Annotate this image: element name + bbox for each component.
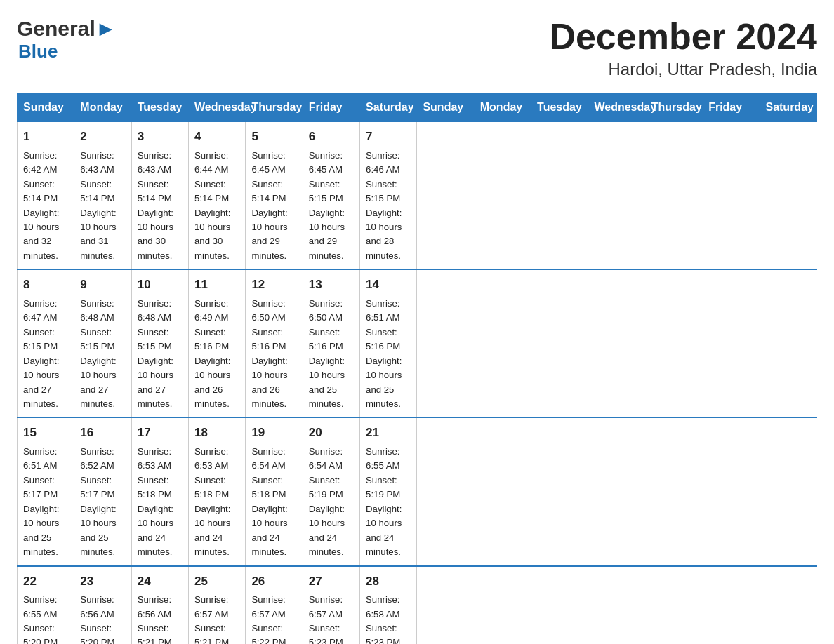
day-info: Sunrise: 6:49 AMSunset: 5:16 PMDaylight:… — [194, 297, 239, 412]
day-number: 26 — [251, 572, 296, 591]
day-number: 10 — [138, 276, 183, 294]
header-sunday: Sunday — [18, 94, 74, 122]
day-number: 23 — [80, 572, 125, 591]
week-row-3: 15Sunrise: 6:51 AMSunset: 5:17 PMDayligh… — [18, 417, 817, 565]
day-info: Sunrise: 6:56 AMSunset: 5:21 PMDaylight:… — [138, 593, 183, 644]
calendar-cell: 19Sunrise: 6:54 AMSunset: 5:18 PMDayligh… — [246, 417, 303, 565]
calendar-cell: 25Sunrise: 6:57 AMSunset: 5:21 PMDayligh… — [189, 566, 246, 644]
day-number: 18 — [194, 424, 239, 442]
calendar-cell: 28Sunrise: 6:58 AMSunset: 5:23 PMDayligh… — [360, 566, 417, 644]
title-block: December 2024 Hardoi, Uttar Pradesh, Ind… — [549, 17, 817, 79]
calendar-cell: 2Sunrise: 6:43 AMSunset: 5:14 PMDaylight… — [74, 121, 131, 269]
day-info: Sunrise: 6:53 AMSunset: 5:18 PMDaylight:… — [138, 445, 183, 560]
header-thursday: Thursday — [645, 94, 702, 122]
day-number: 25 — [194, 572, 239, 591]
calendar-cell: 24Sunrise: 6:56 AMSunset: 5:21 PMDayligh… — [131, 566, 188, 644]
calendar-cell: 11Sunrise: 6:49 AMSunset: 5:16 PMDayligh… — [189, 269, 246, 417]
day-number: 19 — [251, 424, 296, 442]
day-number: 11 — [194, 276, 239, 294]
calendar-cell: 5Sunrise: 6:45 AMSunset: 5:14 PMDaylight… — [246, 121, 303, 269]
day-number: 7 — [366, 128, 411, 146]
header-friday: Friday — [303, 94, 359, 122]
calendar-cell: 27Sunrise: 6:57 AMSunset: 5:23 PMDayligh… — [303, 566, 359, 644]
header-monday: Monday — [74, 94, 131, 122]
day-number: 5 — [251, 128, 296, 146]
day-info: Sunrise: 6:43 AMSunset: 5:14 PMDaylight:… — [80, 149, 125, 264]
page-header: General► Blue December 2024 Hardoi, Utta… — [17, 17, 817, 79]
day-info: Sunrise: 6:57 AMSunset: 5:23 PMDaylight:… — [309, 593, 354, 644]
logo-blue-part: ► — [95, 17, 117, 40]
header-thursday: Thursday — [246, 94, 303, 122]
calendar-cell: 4Sunrise: 6:44 AMSunset: 5:14 PMDaylight… — [189, 121, 246, 269]
header-saturday: Saturday — [360, 94, 417, 122]
day-info: Sunrise: 6:50 AMSunset: 5:16 PMDaylight:… — [309, 297, 354, 412]
calendar-cell: 10Sunrise: 6:48 AMSunset: 5:15 PMDayligh… — [131, 269, 188, 417]
calendar-cell: 26Sunrise: 6:57 AMSunset: 5:22 PMDayligh… — [246, 566, 303, 644]
day-number: 13 — [309, 276, 354, 294]
calendar-header-row: SundayMondayTuesdayWednesdayThursdayFrid… — [18, 94, 817, 122]
day-info: Sunrise: 6:57 AMSunset: 5:21 PMDaylight:… — [194, 593, 239, 644]
header-wednesday: Wednesday — [588, 94, 645, 122]
day-info: Sunrise: 6:51 AMSunset: 5:16 PMDaylight:… — [366, 297, 411, 412]
header-friday: Friday — [703, 94, 760, 122]
calendar-cell: 23Sunrise: 6:56 AMSunset: 5:20 PMDayligh… — [74, 566, 131, 644]
day-number: 6 — [309, 128, 354, 146]
calendar-cell: 18Sunrise: 6:53 AMSunset: 5:18 PMDayligh… — [189, 417, 246, 565]
day-number: 17 — [138, 424, 183, 442]
logo-text: General► — [17, 17, 116, 41]
location-title: Hardoi, Uttar Pradesh, India — [549, 60, 817, 79]
calendar-cell: 22Sunrise: 6:55 AMSunset: 5:20 PMDayligh… — [18, 566, 74, 644]
day-info: Sunrise: 6:42 AMSunset: 5:14 PMDaylight:… — [23, 149, 68, 264]
day-number: 28 — [366, 572, 411, 591]
day-number: 22 — [23, 572, 68, 591]
header-wednesday: Wednesday — [189, 94, 246, 122]
calendar-cell: 1Sunrise: 6:42 AMSunset: 5:14 PMDaylight… — [18, 121, 74, 269]
calendar-table: SundayMondayTuesdayWednesdayThursdayFrid… — [17, 93, 817, 644]
day-number: 20 — [309, 424, 354, 442]
header-saturday: Saturday — [760, 94, 817, 122]
day-info: Sunrise: 6:55 AMSunset: 5:19 PMDaylight:… — [366, 445, 411, 560]
day-number: 4 — [194, 128, 239, 146]
day-number: 3 — [138, 128, 183, 146]
day-number: 16 — [80, 424, 125, 442]
calendar-cell: 20Sunrise: 6:54 AMSunset: 5:19 PMDayligh… — [303, 417, 359, 565]
day-info: Sunrise: 6:46 AMSunset: 5:15 PMDaylight:… — [366, 149, 411, 264]
day-info: Sunrise: 6:53 AMSunset: 5:18 PMDaylight:… — [194, 445, 239, 560]
day-info: Sunrise: 6:45 AMSunset: 5:15 PMDaylight:… — [309, 149, 354, 264]
day-info: Sunrise: 6:58 AMSunset: 5:23 PMDaylight:… — [366, 593, 411, 644]
header-sunday: Sunday — [417, 94, 474, 122]
calendar-cell: 6Sunrise: 6:45 AMSunset: 5:15 PMDaylight… — [303, 121, 359, 269]
day-number: 27 — [309, 572, 354, 591]
day-number: 8 — [23, 276, 68, 294]
day-info: Sunrise: 6:51 AMSunset: 5:17 PMDaylight:… — [23, 445, 68, 560]
day-info: Sunrise: 6:48 AMSunset: 5:15 PMDaylight:… — [80, 297, 125, 412]
day-info: Sunrise: 6:57 AMSunset: 5:22 PMDaylight:… — [251, 593, 296, 644]
day-number: 15 — [23, 424, 68, 442]
calendar-cell: 15Sunrise: 6:51 AMSunset: 5:17 PMDayligh… — [18, 417, 74, 565]
logo-blue-word: Blue — [18, 41, 58, 62]
day-number: 12 — [251, 276, 296, 294]
day-info: Sunrise: 6:45 AMSunset: 5:14 PMDaylight:… — [251, 149, 296, 264]
day-number: 1 — [23, 128, 68, 146]
day-info: Sunrise: 6:52 AMSunset: 5:17 PMDaylight:… — [80, 445, 125, 560]
header-monday: Monday — [474, 94, 531, 122]
day-info: Sunrise: 6:48 AMSunset: 5:15 PMDaylight:… — [138, 297, 183, 412]
day-info: Sunrise: 6:54 AMSunset: 5:18 PMDaylight:… — [251, 445, 296, 560]
calendar-cell: 8Sunrise: 6:47 AMSunset: 5:15 PMDaylight… — [18, 269, 74, 417]
calendar-cell: 3Sunrise: 6:43 AMSunset: 5:14 PMDaylight… — [131, 121, 188, 269]
day-number: 9 — [80, 276, 125, 294]
week-row-1: 1Sunrise: 6:42 AMSunset: 5:14 PMDaylight… — [18, 121, 817, 269]
day-info: Sunrise: 6:50 AMSunset: 5:16 PMDaylight:… — [251, 297, 296, 412]
day-info: Sunrise: 6:44 AMSunset: 5:14 PMDaylight:… — [194, 149, 239, 264]
calendar-cell: 14Sunrise: 6:51 AMSunset: 5:16 PMDayligh… — [360, 269, 417, 417]
calendar-cell: 13Sunrise: 6:50 AMSunset: 5:16 PMDayligh… — [303, 269, 359, 417]
calendar-cell: 21Sunrise: 6:55 AMSunset: 5:19 PMDayligh… — [360, 417, 417, 565]
day-info: Sunrise: 6:47 AMSunset: 5:15 PMDaylight:… — [23, 297, 68, 412]
calendar-cell: 7Sunrise: 6:46 AMSunset: 5:15 PMDaylight… — [360, 121, 417, 269]
header-tuesday: Tuesday — [131, 94, 188, 122]
month-title: December 2024 — [549, 17, 817, 57]
day-number: 14 — [366, 276, 411, 294]
day-info: Sunrise: 6:43 AMSunset: 5:14 PMDaylight:… — [138, 149, 183, 264]
logo: General► Blue — [17, 17, 116, 62]
day-info: Sunrise: 6:55 AMSunset: 5:20 PMDaylight:… — [23, 593, 68, 644]
